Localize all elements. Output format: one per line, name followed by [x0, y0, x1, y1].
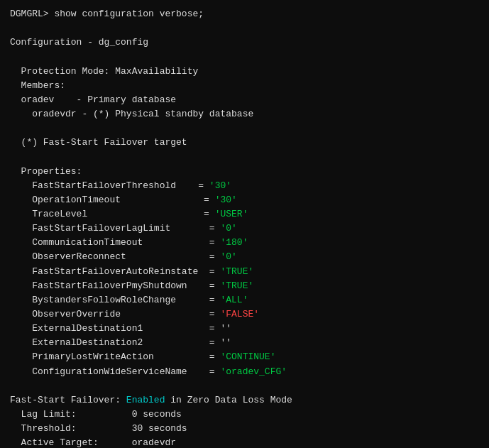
- fsf-target: (*) Fast-Start Failover target: [10, 136, 479, 150]
- lag-limit: Lag Limit: 0 seconds: [10, 408, 479, 422]
- prop-ext-dest1: ExternalDestination1 = '': [10, 322, 479, 336]
- prop-fsf-lag-limit: FastStartFailoverLagLimit = '0': [10, 222, 479, 236]
- prop-trace-level: TraceLevel = 'USER': [10, 207, 479, 222]
- prop-op-timeout: OperationTimeout = '30': [10, 193, 479, 207]
- blank-line-3: [10, 121, 479, 136]
- blank-line-1: [10, 21, 479, 35]
- properties-label: Properties:: [10, 165, 479, 179]
- terminal-window: DGMGRL> show configuration verbose; Conf…: [10, 7, 479, 448]
- blank-line-5: [10, 379, 479, 393]
- prop-obs-reconnect: ObserverReconnect = '0': [10, 250, 479, 264]
- blank-line-4: [10, 150, 479, 164]
- active-target: Active Target: oradevdr: [10, 436, 479, 448]
- oradevdr-member: oradevdr - (*) Physical standby database: [10, 107, 479, 121]
- prop-fsf-auto-reinstate: FastStartFailoverAutoReinstate = 'TRUE': [10, 265, 479, 279]
- oradev-member: oradev - Primary database: [10, 93, 479, 107]
- prop-bystanders: BystandersFollowRoleChange = 'ALL': [10, 293, 479, 307]
- threshold-line: Threshold: 30 seconds: [10, 422, 479, 436]
- config-header: Configuration - dg_config: [10, 35, 479, 50]
- prop-fsf-threshold: FastStartFailoverThreshold = '30': [10, 179, 479, 193]
- prompt: DGMGRL> show configuration verbose;: [10, 9, 204, 19]
- fsf-status-line: Fast-Start Failover: Enabled in Zero Dat…: [10, 393, 479, 408]
- prop-obs-override: ObserverOverride = 'FALSE': [10, 307, 479, 322]
- prop-primary-lost: PrimaryLostWriteAction = 'CONTINUE': [10, 350, 479, 364]
- blank-line-2: [10, 50, 479, 64]
- members-label: Members:: [10, 79, 479, 93]
- prop-fsf-pmy-shutdown: FastStartFailoverPmyShutdown = 'TRUE': [10, 279, 479, 293]
- prop-comm-timeout: CommunicationTimeout = '180': [10, 236, 479, 250]
- prop-ext-dest2: ExternalDestination2 = '': [10, 336, 479, 350]
- protection-mode: Protection Mode: MaxAvailability: [10, 65, 479, 79]
- cmd-line: DGMGRL> show configuration verbose;: [10, 7, 479, 21]
- prop-config-wide-svc: ConfigurationWideServiceName = 'oradev_C…: [10, 365, 479, 379]
